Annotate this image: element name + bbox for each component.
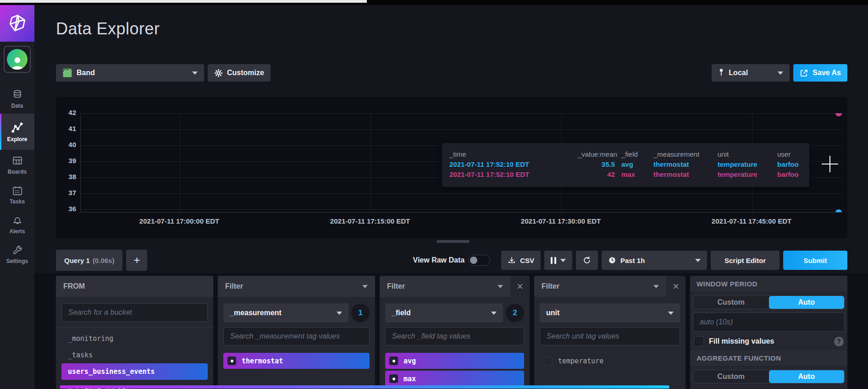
y-axis-tick: 42 (56, 109, 76, 116)
script-editor-button[interactable]: Script Editor (711, 251, 780, 270)
refresh-icon (582, 256, 592, 265)
graph-type-dropdown[interactable]: Band (56, 64, 204, 82)
auto-option[interactable]: Auto (769, 370, 845, 383)
tooltip-cell-field: max (621, 170, 653, 178)
help-icon[interactable]: ? (834, 337, 844, 346)
database-icon (12, 89, 23, 100)
tooltip-cell-value: 35.5 (578, 160, 621, 168)
tag-value-selected[interactable]: thermostat (223, 353, 370, 369)
tag-value-search-input[interactable] (540, 327, 680, 345)
tag-value-list: avg max (385, 353, 524, 387)
tooltip-cell-user: barfoo (777, 170, 802, 178)
sidebar-item-explore[interactable]: Explore (0, 114, 34, 150)
checkbox-checked-icon (389, 356, 398, 365)
bucket-item[interactable]: _tasks (61, 347, 208, 363)
bucket-search-input[interactable] (61, 303, 208, 322)
tag-value-list: thermostat (223, 353, 370, 369)
custom-option[interactable]: Custom (693, 296, 769, 309)
checkbox-unchecked-icon (544, 356, 553, 365)
chevron-down-icon (337, 312, 342, 315)
query-builder: FROM _monitoring _tasks users_business_e… (56, 276, 847, 389)
aggregate-mode-toggle[interactable]: Custom Auto (693, 370, 845, 384)
query-toolbar: Query 1 (0.06s) + View Raw Data CSV Past… (56, 250, 847, 271)
calendar-icon (12, 185, 23, 196)
bucket-item-selected[interactable]: users_business_events (61, 363, 208, 380)
tooltip-cell-user: barfoo (777, 160, 802, 168)
y-axis-tick: 41 (56, 125, 76, 132)
fill-missing-values-checkbox[interactable] (694, 336, 704, 346)
tag-key-dropdown[interactable]: unit (540, 303, 680, 323)
filter-header[interactable]: Filter (218, 276, 375, 297)
chevron-down-icon (498, 285, 503, 288)
checkbox-checked-icon (389, 374, 398, 383)
resize-handle[interactable] (437, 240, 470, 243)
influxdb-logo[interactable] (0, 5, 34, 42)
tooltip-cell-unit: temperature (718, 170, 777, 178)
tag-value-selected[interactable]: avg (385, 353, 524, 369)
tooltip-header: unit (718, 150, 777, 158)
auto-option[interactable]: Auto (769, 296, 845, 309)
pin-icon (718, 68, 724, 77)
sidebar-item-label: Alerts (9, 228, 25, 235)
window-period-mode-toggle[interactable]: Custom Auto (693, 296, 845, 309)
bucket-item[interactable]: _monitoring (61, 330, 208, 347)
series-point-mean (835, 209, 842, 213)
query-tab-label: Query 1 (64, 257, 90, 264)
crosshair-cursor (822, 156, 838, 172)
filter-header[interactable]: Filter (380, 276, 510, 297)
tag-value-search-input[interactable] (223, 327, 370, 345)
query-tab[interactable]: Query 1 (0.06s) (56, 250, 122, 271)
download-icon (508, 256, 516, 264)
sidebar-item-data[interactable]: Data (0, 84, 34, 114)
custom-option[interactable]: Custom (693, 370, 769, 383)
browser-edge-strip (0, 0, 367, 3)
tooltip-header: _field (621, 150, 653, 158)
y-axis-tick: 39 (56, 157, 76, 164)
chevron-down-icon (695, 259, 701, 262)
remove-filter-button[interactable]: × (510, 276, 530, 297)
chevron-down-icon (653, 285, 659, 288)
sidebar-item-tasks[interactable]: Tasks (0, 180, 34, 209)
chevron-down-icon (362, 285, 368, 288)
tag-value-search-input[interactable] (385, 327, 524, 345)
wrench-icon (12, 245, 23, 256)
sidebar-item-boards[interactable]: Boards (0, 150, 34, 180)
x-axis-tick: 2021-07-11 17:45:00 EDT (692, 217, 811, 225)
filter-header[interactable]: Filter (534, 276, 666, 297)
bucket-list: _monitoring _tasks users_business_events… (56, 327, 213, 389)
csv-button[interactable]: CSV (501, 251, 541, 270)
user-avatar[interactable] (4, 46, 31, 73)
chevron-down-icon (192, 71, 198, 75)
page-title: Data Explorer (56, 19, 160, 38)
tag-key-dropdown[interactable]: _measurement (223, 303, 348, 323)
time-range-dropdown[interactable]: Past 1h (602, 251, 707, 270)
tag-value-unselected[interactable]: temperature (540, 353, 680, 369)
gear-icon (214, 69, 223, 77)
pause-button[interactable] (544, 251, 572, 270)
customize-button[interactable]: Customize (208, 64, 271, 82)
y-axis-tick: 36 (56, 205, 76, 213)
sidebar-item-label: Explore (7, 136, 27, 142)
tooltip-cell-field: avg (621, 160, 653, 168)
add-query-button[interactable]: + (126, 250, 147, 271)
y-axis-tick: 38 (56, 173, 76, 181)
sidebar-item-alerts[interactable]: Alerts (0, 209, 34, 239)
query-tab-duration: (0.06s) (93, 257, 115, 264)
window-period-input[interactable] (693, 312, 845, 332)
remove-filter-button[interactable]: × (666, 276, 686, 297)
submit-button[interactable]: Submit (783, 251, 847, 270)
tag-value-selected[interactable]: max (385, 371, 524, 387)
local-dropdown[interactable]: Local (712, 64, 790, 82)
tag-key-label: _measurement (230, 309, 282, 317)
horizontal-scrollbar[interactable] (60, 385, 669, 389)
filter-title: Filter (542, 282, 559, 290)
tag-value-label: max (404, 375, 416, 383)
save-as-button[interactable]: Save As (793, 64, 847, 82)
refresh-button[interactable] (576, 251, 598, 270)
sidebar-item-settings[interactable]: Settings (0, 239, 34, 269)
chevron-down-icon (778, 71, 783, 75)
view-raw-data-toggle[interactable] (468, 255, 490, 266)
chart-tooltip: _time _value:mean _field _measurement un… (442, 143, 809, 187)
graph-pulse-icon (11, 122, 23, 134)
tag-key-dropdown[interactable]: _field (385, 303, 503, 323)
